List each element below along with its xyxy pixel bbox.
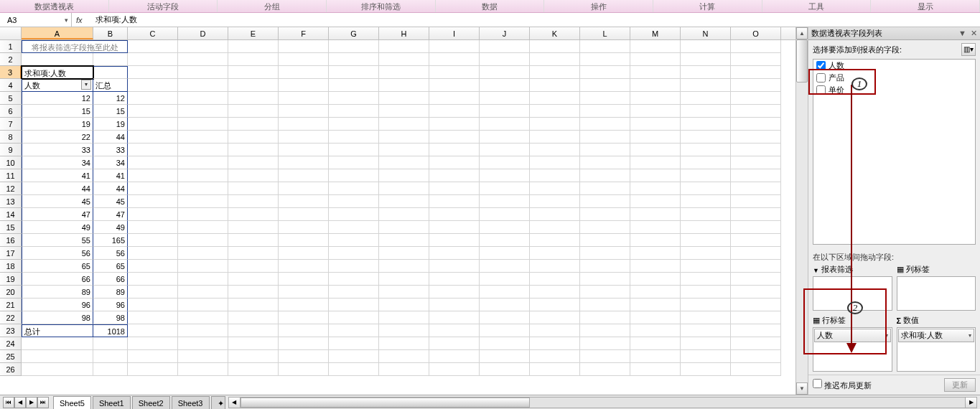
cell[interactable] xyxy=(128,53,178,66)
cell[interactable] xyxy=(580,350,630,363)
row-header[interactable]: 20 xyxy=(0,286,22,298)
cell[interactable]: 49 xyxy=(22,221,93,234)
field-item[interactable]: 产品 xyxy=(813,72,975,84)
cell[interactable] xyxy=(580,131,630,144)
cell[interactable] xyxy=(178,337,228,350)
row-header[interactable]: 18 xyxy=(0,260,22,273)
cell[interactable]: 45 xyxy=(93,195,128,208)
cell[interactable]: 15 xyxy=(22,105,93,118)
cell[interactable] xyxy=(731,337,781,350)
ribbon-group[interactable]: 数据透视表 xyxy=(0,0,109,12)
cell[interactable] xyxy=(480,195,530,208)
cell[interactable]: 44 xyxy=(22,182,93,195)
cell[interactable] xyxy=(429,118,480,131)
cell[interactable] xyxy=(530,260,580,273)
cell[interactable] xyxy=(480,66,530,79)
horizontal-scrollbar[interactable]: ◀ ▶ xyxy=(228,397,978,408)
cell[interactable] xyxy=(429,208,480,221)
cell[interactable] xyxy=(379,79,429,92)
cell[interactable] xyxy=(480,260,530,273)
row-header[interactable]: 12 xyxy=(0,182,22,195)
scroll-left-button[interactable]: ◀ xyxy=(229,398,241,408)
cell[interactable] xyxy=(480,156,530,169)
cell[interactable] xyxy=(429,105,480,118)
cell[interactable] xyxy=(379,208,429,221)
cell[interactable] xyxy=(279,53,329,66)
cell[interactable] xyxy=(329,247,379,260)
cell[interactable] xyxy=(228,324,279,337)
cell[interactable]: 44 xyxy=(93,131,128,144)
cell[interactable] xyxy=(580,337,630,350)
cell[interactable] xyxy=(178,92,228,105)
cell[interactable] xyxy=(379,118,429,131)
cell[interactable] xyxy=(630,324,681,337)
pivot-row-label-dropdown[interactable]: 人数 xyxy=(22,79,93,92)
cell[interactable] xyxy=(580,247,630,260)
cell[interactable] xyxy=(530,169,580,182)
cell[interactable] xyxy=(178,40,228,53)
cell[interactable] xyxy=(731,92,781,105)
cell[interactable] xyxy=(480,53,530,66)
cell[interactable] xyxy=(22,337,93,350)
pane-close-icon[interactable]: ✕ xyxy=(971,29,977,38)
cell[interactable] xyxy=(178,156,228,169)
cell[interactable] xyxy=(279,247,329,260)
cell[interactable] xyxy=(128,363,178,376)
cell[interactable] xyxy=(379,298,429,311)
vertical-scrollbar[interactable]: ▲ ▼ xyxy=(795,27,808,395)
cell[interactable] xyxy=(731,363,781,376)
cell[interactable] xyxy=(178,221,228,234)
cell[interactable] xyxy=(731,79,781,92)
cell[interactable]: 19 xyxy=(22,118,93,131)
cell[interactable] xyxy=(681,66,731,79)
row-header[interactable]: 22 xyxy=(0,311,22,324)
cell[interactable] xyxy=(379,234,429,247)
cell[interactable] xyxy=(480,298,530,311)
cell[interactable] xyxy=(128,169,178,182)
cell[interactable] xyxy=(228,208,279,221)
cell[interactable] xyxy=(731,40,781,53)
cell[interactable] xyxy=(379,221,429,234)
ribbon-group[interactable]: 操作 xyxy=(544,0,653,12)
cell[interactable] xyxy=(630,144,681,156)
cell[interactable] xyxy=(681,311,731,324)
cell[interactable] xyxy=(580,53,630,66)
cell[interactable] xyxy=(429,182,480,195)
cell[interactable]: 19 xyxy=(93,118,128,131)
cell[interactable] xyxy=(580,40,630,53)
row-header[interactable]: 6 xyxy=(0,105,22,118)
cell[interactable] xyxy=(93,66,128,79)
ribbon-group[interactable]: 活动字段 xyxy=(109,0,218,12)
cell[interactable] xyxy=(329,221,379,234)
cell[interactable] xyxy=(580,363,630,376)
cell[interactable] xyxy=(630,92,681,105)
cell[interactable] xyxy=(279,350,329,363)
col-header[interactable]: G xyxy=(329,27,379,39)
cell[interactable] xyxy=(178,182,228,195)
cell[interactable] xyxy=(329,144,379,156)
cell[interactable]: 66 xyxy=(93,273,128,286)
field-checkbox[interactable] xyxy=(816,73,826,83)
cell[interactable] xyxy=(128,221,178,234)
cell[interactable] xyxy=(228,156,279,169)
cell[interactable] xyxy=(681,273,731,286)
cell[interactable] xyxy=(279,195,329,208)
cell[interactable] xyxy=(228,182,279,195)
cell[interactable] xyxy=(530,337,580,350)
cell[interactable] xyxy=(128,286,178,298)
cell[interactable] xyxy=(480,221,530,234)
defer-update-checkbox[interactable]: 推迟布局更新 xyxy=(813,379,872,391)
cell[interactable] xyxy=(379,350,429,363)
cell[interactable] xyxy=(731,286,781,298)
tab-nav-prev[interactable]: ◀ xyxy=(14,397,26,408)
cell[interactable] xyxy=(178,131,228,144)
cell[interactable] xyxy=(429,53,480,66)
cell[interactable] xyxy=(279,40,329,53)
cell[interactable] xyxy=(681,182,731,195)
cell[interactable] xyxy=(530,92,580,105)
cell[interactable] xyxy=(228,363,279,376)
cell[interactable] xyxy=(530,156,580,169)
col-header[interactable]: I xyxy=(429,27,480,39)
cell[interactable] xyxy=(279,298,329,311)
cell[interactable] xyxy=(228,273,279,286)
